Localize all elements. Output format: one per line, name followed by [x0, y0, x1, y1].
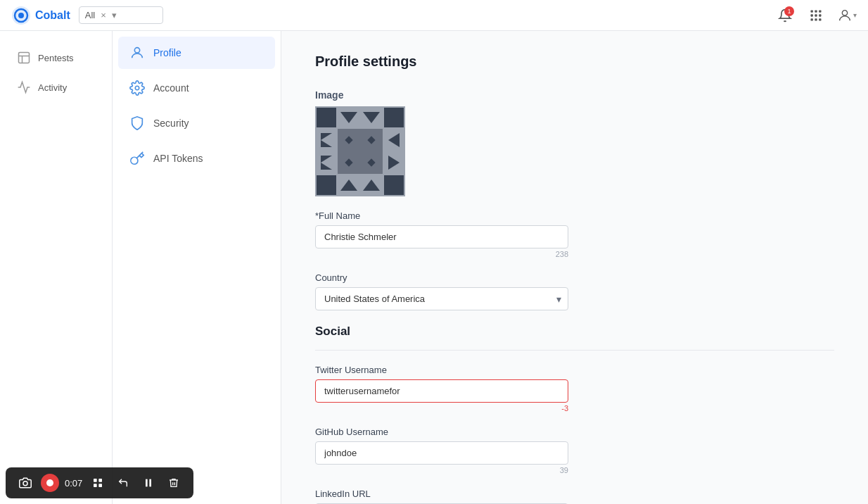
svg-point-12	[842, 10, 847, 15]
filter-value: All	[85, 10, 95, 20]
account-nav-icon	[129, 80, 145, 96]
country-group: Country United States of America Canada …	[315, 272, 568, 310]
github-label: GitHub Username	[315, 427, 568, 437]
profile-nav-icon	[129, 45, 145, 61]
full-name-char-count: 238	[315, 250, 568, 258]
api-tokens-nav-icon	[129, 151, 145, 166]
svg-point-16	[134, 48, 139, 53]
svg-rect-7	[815, 14, 817, 16]
settings-nav-api-tokens-label: API Tokens	[153, 153, 203, 164]
layout: Pentests Activity Profile Account	[0, 31, 868, 504]
settings-nav-profile-label: Profile	[153, 47, 181, 58]
twitter-group: Twitter Username -3	[315, 365, 568, 412]
camera-icon	[19, 477, 32, 489]
avatar-image[interactable]	[315, 106, 405, 196]
twitter-input[interactable]	[315, 379, 568, 403]
topbar-right: 1 ▾	[775, 6, 857, 25]
settings-nav: Profile Account Security API Tokens	[113, 31, 281, 504]
image-label: Image	[315, 89, 568, 101]
topbar-left: Cobalt All × ▾	[11, 6, 163, 25]
delete-icon	[168, 477, 179, 489]
record-button[interactable]	[41, 474, 59, 492]
filter-dropdown-icon[interactable]: ▾	[112, 10, 117, 20]
svg-rect-9	[811, 18, 813, 20]
social-section: Social Twitter Username -3 GitHub Userna…	[315, 325, 834, 504]
svg-rect-3	[811, 10, 813, 12]
svg-rect-24	[146, 479, 148, 487]
linkedin-label: LinkedIn URL	[315, 489, 568, 499]
svg-point-19	[46, 479, 53, 486]
grid-icon	[92, 477, 103, 489]
settings-avatar-icon[interactable]: ▾	[837, 6, 857, 25]
grid-button[interactable]	[88, 473, 108, 493]
github-group: GitHub Username 39	[315, 427, 568, 474]
camera-button[interactable]	[15, 473, 35, 493]
activity-icon	[17, 80, 31, 94]
filter-bar[interactable]: All × ▾	[79, 6, 163, 24]
sidebar-item-pentests[interactable]: Pentests	[6, 44, 106, 72]
security-nav-icon	[129, 115, 145, 131]
image-section: Image	[315, 89, 568, 196]
sidebar-item-activity[interactable]: Activity	[6, 73, 106, 101]
country-select-wrapper: United States of America Canada United K…	[315, 287, 568, 310]
undo-icon	[117, 477, 129, 489]
apps-grid-icon[interactable]	[806, 6, 826, 25]
settings-nav-api-tokens[interactable]: API Tokens	[118, 142, 275, 175]
sidebar-label-pentests: Pentests	[38, 53, 74, 63]
undo-button[interactable]	[113, 473, 133, 493]
social-section-title: Social	[315, 325, 834, 339]
full-name-label: *Full Name	[315, 210, 568, 221]
main-content: Profile settings Image	[281, 31, 868, 504]
svg-rect-21	[99, 479, 103, 482]
pentests-icon	[17, 51, 31, 65]
settings-nav-security[interactable]: Security	[118, 107, 275, 139]
github-char-count: 39	[315, 466, 568, 474]
settings-nav-profile[interactable]: Profile	[118, 37, 275, 69]
country-select[interactable]: United States of America Canada United K…	[315, 287, 568, 310]
svg-rect-11	[819, 18, 821, 20]
twitter-char-count: -3	[315, 404, 568, 412]
record-icon	[46, 479, 54, 487]
svg-point-2	[18, 13, 24, 18]
logo-icon	[11, 6, 31, 25]
country-label: Country	[315, 272, 568, 283]
full-name-group: *Full Name 238	[315, 210, 568, 258]
pause-icon	[143, 477, 154, 489]
svg-rect-8	[819, 14, 821, 16]
notification-bell[interactable]: 1	[775, 6, 795, 25]
twitter-label: Twitter Username	[315, 365, 568, 375]
pause-button[interactable]	[139, 473, 158, 493]
page-title: Profile settings	[315, 53, 834, 70]
bottom-bar: 0:07	[6, 467, 193, 498]
filter-clear-icon[interactable]: ×	[101, 10, 106, 20]
svg-rect-10	[815, 18, 817, 20]
svg-point-17	[135, 86, 139, 90]
svg-rect-20	[94, 479, 97, 482]
svg-rect-22	[94, 484, 97, 487]
svg-rect-13	[19, 53, 30, 63]
svg-rect-23	[99, 484, 103, 487]
logo-text: Cobalt	[35, 9, 70, 22]
social-divider	[315, 350, 834, 351]
timer-display: 0:07	[65, 478, 82, 489]
svg-rect-4	[815, 10, 817, 12]
github-input[interactable]	[315, 441, 568, 465]
svg-rect-25	[150, 479, 152, 487]
topbar: Cobalt All × ▾ 1 ▾	[0, 0, 868, 31]
sidebar-label-activity: Activity	[38, 82, 67, 93]
sidebar: Pentests Activity	[0, 31, 113, 504]
svg-point-18	[23, 481, 27, 486]
full-name-input[interactable]	[315, 225, 568, 248]
svg-rect-6	[811, 14, 813, 16]
delete-button[interactable]	[164, 473, 184, 493]
svg-rect-5	[819, 10, 821, 12]
settings-nav-account-label: Account	[153, 82, 189, 94]
logo[interactable]: Cobalt	[11, 6, 70, 25]
linkedin-group: LinkedIn URL	[315, 489, 568, 504]
settings-nav-security-label: Security	[153, 118, 189, 129]
settings-nav-account[interactable]: Account	[118, 72, 275, 104]
notification-badge: 1	[784, 6, 794, 16]
